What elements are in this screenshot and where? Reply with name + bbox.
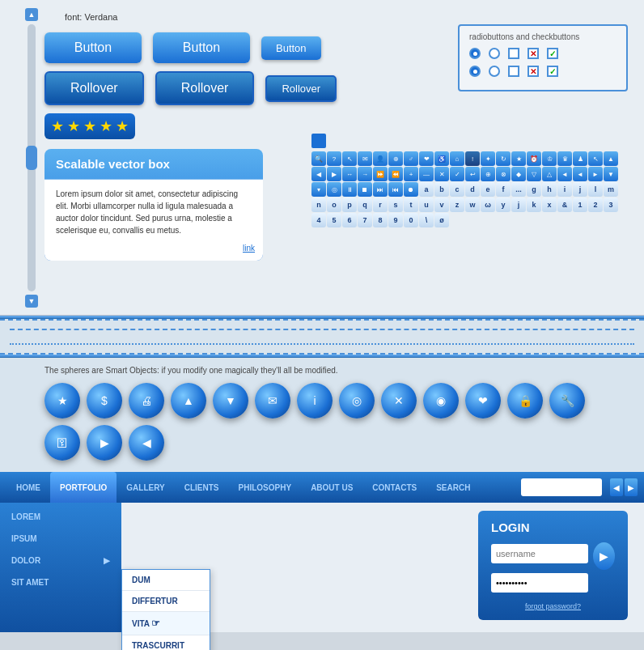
icon-letter-j2[interactable]: j: [511, 198, 526, 212]
nav-clients[interactable]: CLIENTS: [175, 472, 229, 503]
vector-box-link[interactable]: link: [243, 242, 255, 254]
search-input[interactable]: [521, 478, 602, 496]
icon-letter-k[interactable]: k: [527, 198, 541, 212]
icon-letter-r[interactable]: r: [373, 198, 388, 212]
icon-plus-circle[interactable]: ⊕: [388, 151, 403, 166]
icon-letter-p[interactable]: p: [342, 198, 357, 212]
icon-home[interactable]: ⌂: [450, 151, 464, 166]
icon-skip-back[interactable]: ⏮: [388, 182, 403, 197]
icon-diamond[interactable]: ◆: [511, 167, 526, 181]
icon-cross[interactable]: ✕: [434, 167, 449, 181]
icon-letter-c[interactable]: c: [450, 182, 464, 197]
icon-letter-o[interactable]: o: [327, 198, 341, 212]
icon-letter-a[interactable]: a: [419, 182, 434, 197]
icon-letter-l[interactable]: l: [588, 182, 603, 197]
icon-arrow-left[interactable]: ◀: [311, 167, 326, 181]
icon-backslash[interactable]: \: [419, 213, 434, 227]
icon-star-burst[interactable]: ✦: [481, 151, 495, 166]
icon-search[interactable]: 🔍: [311, 151, 326, 166]
icon-skip-fwd[interactable]: ⏭: [373, 182, 388, 197]
icon-num-8[interactable]: 8: [373, 213, 388, 227]
icon-letter-y[interactable]: y: [496, 198, 511, 212]
radio-filled-2[interactable]: [469, 66, 481, 77]
scroll-thumb[interactable]: [26, 146, 37, 170]
sphere-circle[interactable]: ◉: [423, 383, 459, 418]
icon-fast-fwd[interactable]: ⏩: [373, 167, 388, 181]
icon-back2[interactable]: ◄: [573, 167, 587, 181]
icon-plus[interactable]: +: [404, 167, 418, 181]
icon-num-7[interactable]: 7: [358, 213, 372, 227]
icon-chess-queen[interactable]: ♛: [557, 151, 572, 166]
icon-letter-ext1[interactable]: ...: [511, 182, 526, 197]
icon-fast-rwd[interactable]: ⏪: [388, 167, 403, 181]
icon-num-3[interactable]: 3: [604, 198, 618, 212]
icon-letter-m[interactable]: m: [604, 182, 618, 197]
icon-letter-u[interactable]: u: [419, 198, 434, 212]
icon-triangle2[interactable]: △: [542, 167, 557, 181]
icon-stop[interactable]: ⏹: [358, 182, 372, 197]
sphere-x[interactable]: ✕: [381, 383, 417, 418]
icon-mail[interactable]: ✉: [358, 151, 372, 166]
icon-letter-v[interactable]: v: [434, 198, 449, 212]
icon-letter-x[interactable]: x: [542, 198, 557, 212]
nav-gallery[interactable]: GALLERY: [117, 472, 174, 503]
icon-access[interactable]: ♿: [434, 151, 449, 166]
dropdown-item-ipsum[interactable]: IPSUM: [0, 528, 121, 550]
radio-empty-1[interactable]: [489, 48, 500, 59]
radio-filled-1[interactable]: [469, 48, 481, 59]
icon-question[interactable]: ?: [327, 151, 341, 166]
scroll-down-arrow[interactable]: ▼: [25, 295, 38, 308]
sphere-info[interactable]: i: [297, 383, 333, 418]
icon-check[interactable]: ✓: [450, 167, 464, 181]
sphere-lock[interactable]: 🔒: [507, 383, 543, 418]
sphere-lock2[interactable]: ⚿: [44, 425, 80, 461]
rollover-button-2[interactable]: Rollover: [155, 71, 255, 105]
icon-letter-f[interactable]: f: [496, 182, 511, 197]
icon-gender[interactable]: ♂: [404, 151, 418, 166]
icon-exclaim[interactable]: !: [465, 151, 480, 166]
icon-circle-x[interactable]: ⊗: [496, 167, 511, 181]
icon-cursor[interactable]: ↖: [342, 151, 357, 166]
sphere-down[interactable]: ▼: [213, 383, 248, 418]
dropdown-item-dolor[interactable]: DOLOR ▶: [0, 550, 121, 571]
username-input[interactable]: [491, 544, 588, 563]
checkbox-x-2[interactable]: ✕: [527, 66, 539, 77]
submenu-item-vita[interactable]: VITA ☞: [122, 612, 210, 635]
checkbox-check-2[interactable]: ✓: [547, 66, 558, 77]
icon-num-0[interactable]: 0: [404, 213, 418, 227]
sphere-mail[interactable]: ✉: [255, 383, 290, 418]
checkbox-empty-1[interactable]: [508, 48, 519, 59]
icon-letter-i[interactable]: i: [557, 182, 572, 197]
icon-chess-king[interactable]: ♔: [542, 151, 557, 166]
login-button[interactable]: ▶: [593, 542, 615, 570]
submenu-item-differtur[interactable]: DIFFERTUR: [122, 591, 210, 612]
sphere-up[interactable]: ▲: [171, 383, 206, 418]
button-3[interactable]: Button: [261, 36, 321, 60]
icon-letter-w2[interactable]: ω: [481, 198, 495, 212]
dropdown-item-lorem[interactable]: LOREM: [0, 506, 121, 528]
icon-fwd1[interactable]: ►: [588, 167, 603, 181]
icon-minus[interactable]: —: [419, 167, 434, 181]
icon-arrow-up[interactable]: ▲: [604, 151, 618, 166]
sphere-back[interactable]: ◀: [129, 425, 164, 461]
rollover-button-3[interactable]: Rollover: [265, 75, 337, 102]
sphere-wrench[interactable]: 🔧: [549, 383, 585, 418]
icon-letter-j[interactable]: j: [573, 182, 587, 197]
nav-arrow-left[interactable]: ◀: [610, 478, 623, 496]
icon-num-1[interactable]: 1: [573, 198, 587, 212]
submenu-item-trascurrit[interactable]: TRASCURRIT: [122, 635, 210, 650]
icon-user[interactable]: 👤: [373, 151, 388, 166]
icon-letter-s[interactable]: s: [388, 198, 403, 212]
submenu-item-dum[interactable]: DUM: [122, 570, 210, 591]
button-2[interactable]: Button: [153, 32, 250, 63]
sphere-heart[interactable]: ❤: [465, 383, 501, 418]
icon-letter-q[interactable]: q: [358, 198, 372, 212]
icon-misc[interactable]: ø: [434, 213, 449, 227]
icon-arrow-ul[interactable]: ↖: [588, 151, 603, 166]
icon-letter-n[interactable]: n: [311, 198, 326, 212]
icon-chess-extra[interactable]: ♟: [573, 151, 587, 166]
icon-letter-t[interactable]: t: [404, 198, 418, 212]
icon-arrow-right[interactable]: ▶: [327, 167, 341, 181]
sphere-print[interactable]: 🖨: [129, 383, 164, 418]
icon-clock[interactable]: ⏰: [527, 151, 541, 166]
